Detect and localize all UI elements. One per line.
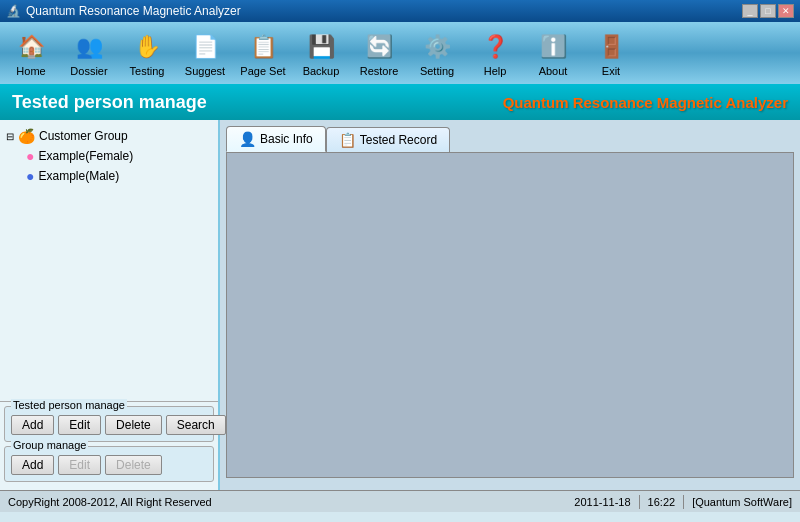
- person-gender-icon: ●: [26, 168, 34, 184]
- suggest-label: Suggest: [185, 65, 225, 77]
- exit-label: Exit: [602, 65, 620, 77]
- help-label: Help: [484, 65, 507, 77]
- pageset-label: Page Set: [240, 65, 285, 77]
- group-edit-button[interactable]: Edit: [58, 455, 101, 475]
- title-bar-text: Quantum Resonance Magnetic Analyzer: [26, 4, 241, 18]
- help-icon: ❓: [477, 29, 513, 65]
- home-icon: 🏠: [13, 29, 49, 65]
- backup-icon: 💾: [303, 29, 339, 65]
- tested_record-tab-icon: 📋: [339, 132, 356, 148]
- toolbar-backup[interactable]: 💾 Backup: [296, 29, 346, 77]
- pageset-icon: 📋: [245, 29, 281, 65]
- toolbar-exit[interactable]: 🚪 Exit: [586, 29, 636, 77]
- page-title: Tested person manage: [12, 92, 207, 113]
- person-gender-icon: ●: [26, 148, 34, 164]
- toolbar: 🏠 Home 👥 Dossier ✋ Testing 📄 Suggest 📋 P…: [0, 22, 800, 84]
- right-panel: 👤 Basic Info 📋 Tested Record: [220, 120, 800, 490]
- toolbar-help[interactable]: ❓ Help: [470, 29, 520, 77]
- person-manage-buttons: Add Edit Delete Search: [11, 415, 207, 435]
- toolbar-dossier[interactable]: 👥 Dossier: [64, 29, 114, 77]
- basic_info-tab-icon: 👤: [239, 131, 256, 147]
- expand-icon[interactable]: ⊟: [6, 131, 14, 142]
- maximize-button[interactable]: □: [760, 4, 776, 18]
- person-manage-group: Tested person manage Add Edit Delete Sea…: [4, 406, 214, 442]
- testing-label: Testing: [130, 65, 165, 77]
- copyright-text: CopyRight 2008-2012, All Right Reserved: [8, 496, 212, 508]
- brand-name: Quantum Resonance Magnetic Analyzer: [503, 94, 788, 111]
- home-label: Home: [16, 65, 45, 77]
- person-edit-button[interactable]: Edit: [58, 415, 101, 435]
- about-label: About: [539, 65, 568, 77]
- group-label: Customer Group: [39, 129, 128, 143]
- toolbar-pageset[interactable]: 📋 Page Set: [238, 29, 288, 77]
- title-bar-left: 🔬 Quantum Resonance Magnetic Analyzer: [6, 4, 241, 18]
- dossier-label: Dossier: [70, 65, 107, 77]
- person-delete-button[interactable]: Delete: [105, 415, 162, 435]
- tree-group[interactable]: ⊟ 🍊 Customer Group: [6, 126, 212, 146]
- tabs: 👤 Basic Info 📋 Tested Record: [226, 126, 794, 152]
- bottom-controls: Tested person manage Add Edit Delete Sea…: [0, 401, 218, 490]
- group-delete-button[interactable]: Delete: [105, 455, 162, 475]
- status-divider-2: [683, 495, 684, 509]
- status-software: [Quantum SoftWare]: [692, 496, 792, 508]
- tree-item-label: Example(Female): [38, 149, 133, 163]
- basic_info-tab-label: Basic Info: [260, 132, 313, 146]
- status-divider-1: [639, 495, 640, 509]
- tested_record-tab-label: Tested Record: [360, 133, 437, 147]
- group-add-button[interactable]: Add: [11, 455, 54, 475]
- person-manage-label: Tested person manage: [11, 399, 127, 411]
- group-manage-group: Group manage Add Edit Delete: [4, 446, 214, 482]
- main-content: ⊟ 🍊 Customer Group ● Example(Female) ● E…: [0, 120, 800, 490]
- tree-area: ⊟ 🍊 Customer Group ● Example(Female) ● E…: [0, 120, 218, 401]
- tree-item[interactable]: ● Example(Male): [6, 166, 212, 186]
- group-manage-buttons: Add Edit Delete: [11, 455, 207, 475]
- testing-icon: ✋: [129, 29, 165, 65]
- toolbar-restore[interactable]: 🔄 Restore: [354, 29, 404, 77]
- status-time: 16:22: [648, 496, 676, 508]
- about-icon: ℹ️: [535, 29, 571, 65]
- dossier-icon: 👥: [71, 29, 107, 65]
- table-container[interactable]: [226, 152, 794, 478]
- action-bar: [226, 478, 794, 484]
- title-bar: 🔬 Quantum Resonance Magnetic Analyzer _ …: [0, 0, 800, 22]
- status-right: 2011-11-18 16:22 [Quantum SoftWare]: [574, 495, 792, 509]
- page-header: Tested person manage Quantum Resonance M…: [0, 84, 800, 120]
- person-search-button[interactable]: Search: [166, 415, 226, 435]
- close-button[interactable]: ✕: [778, 4, 794, 18]
- toolbar-suggest[interactable]: 📄 Suggest: [180, 29, 230, 77]
- restore-icon: 🔄: [361, 29, 397, 65]
- toolbar-home[interactable]: 🏠 Home: [6, 29, 56, 77]
- toolbar-about[interactable]: ℹ️ About: [528, 29, 578, 77]
- toolbar-setting[interactable]: ⚙️ Setting: [412, 29, 462, 77]
- setting-icon: ⚙️: [419, 29, 455, 65]
- left-panel: ⊟ 🍊 Customer Group ● Example(Female) ● E…: [0, 120, 220, 490]
- restore-label: Restore: [360, 65, 399, 77]
- title-bar-controls[interactable]: _ □ ✕: [742, 4, 794, 18]
- tab-tested_record[interactable]: 📋 Tested Record: [326, 127, 450, 152]
- toolbar-testing[interactable]: ✋ Testing: [122, 29, 172, 77]
- group-icon: 🍊: [18, 128, 35, 144]
- suggest-icon: 📄: [187, 29, 223, 65]
- minimize-button[interactable]: _: [742, 4, 758, 18]
- status-bar: CopyRight 2008-2012, All Right Reserved …: [0, 490, 800, 512]
- exit-icon: 🚪: [593, 29, 629, 65]
- setting-label: Setting: [420, 65, 454, 77]
- group-manage-label: Group manage: [11, 439, 88, 451]
- status-date: 2011-11-18: [574, 496, 630, 508]
- tree-item[interactable]: ● Example(Female): [6, 146, 212, 166]
- person-add-button[interactable]: Add: [11, 415, 54, 435]
- tree-item-label: Example(Male): [38, 169, 119, 183]
- tab-basic_info[interactable]: 👤 Basic Info: [226, 126, 326, 152]
- app-icon: 🔬: [6, 4, 21, 18]
- backup-label: Backup: [303, 65, 340, 77]
